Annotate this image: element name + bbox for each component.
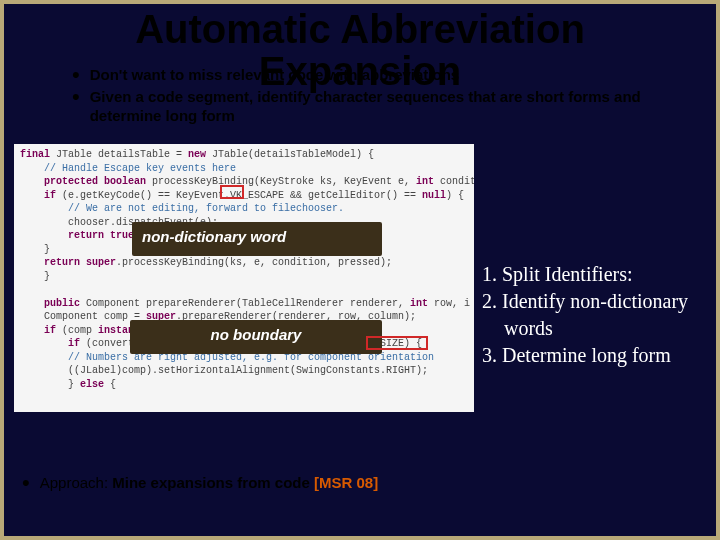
approach-label: Approach: — [40, 474, 108, 491]
bullet-item-1: • Don't want to miss relevant code with … — [72, 66, 696, 86]
step-1: 1. Split Identifiers: — [482, 262, 706, 287]
approach-body: Mine expansions from code — [108, 474, 314, 491]
steps-list: 1. Split Identifiers: 2. Identify non-di… — [482, 262, 706, 370]
bullet-list: • Don't want to miss relevant code with … — [72, 66, 696, 128]
title-line-1: Automatic Abbreviation — [135, 7, 585, 51]
approach-text: Approach: Mine expansions from code [MSR… — [40, 474, 378, 491]
bullet-text: Don't want to miss relevant code with ab… — [90, 66, 459, 85]
step-3: 3. Determine long form — [482, 343, 706, 368]
step-2-cont: words — [482, 316, 706, 341]
bullet-dot-icon: • — [72, 86, 80, 108]
step-2: 2. Identify non-dictionary — [482, 289, 706, 314]
bullet-dot-icon: • — [72, 64, 80, 86]
bullet-dot-icon: • — [22, 472, 30, 494]
approach-bullet: • Approach: Mine expansions from code [M… — [22, 474, 378, 494]
bullet-text: Given a code segment, identify character… — [90, 88, 696, 126]
callout-no-boundary: no boundary — [130, 320, 382, 354]
approach-citation: [MSR 08] — [314, 474, 378, 491]
callout-non-dictionary: non-dictionary word — [132, 222, 382, 256]
code-snippet: final JTable detailsTable = new JTable(d… — [14, 144, 474, 412]
bullet-item-2: • Given a code segment, identify charact… — [72, 88, 696, 126]
highlight-box-filesize — [366, 336, 428, 350]
highlight-box-vk — [220, 185, 244, 199]
